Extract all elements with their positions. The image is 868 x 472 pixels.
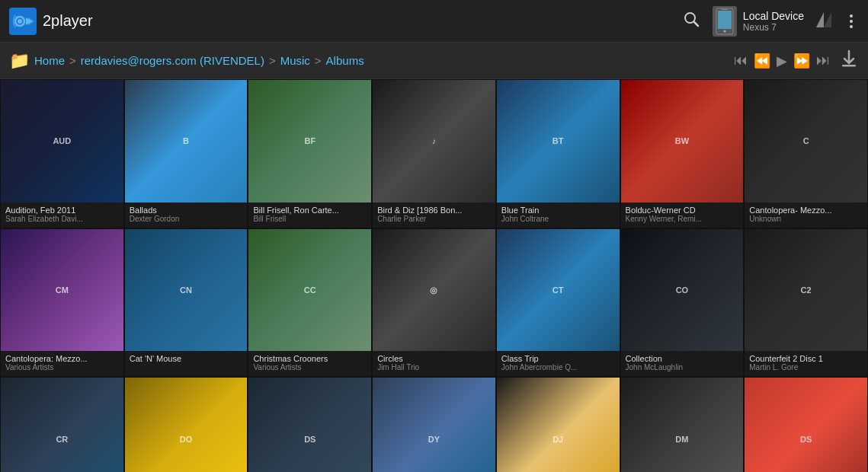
album-artist: Dexter Gordon (130, 215, 243, 223)
album-item[interactable]: C Cantolopera- Mezzo... Unknown (744, 79, 868, 228)
album-cover-text: C (800, 133, 812, 148)
svg-marker-10 (816, 12, 824, 27)
svg-line-5 (693, 21, 698, 26)
header-actions: Local Device Nexus 7 (682, 6, 859, 37)
album-cover: CN (125, 229, 248, 352)
album-info: Audition, Feb 2011 Sarah Elizabeth Davi.… (1, 203, 123, 228)
app-logo-area: 2player (9, 8, 682, 35)
album-cover-text: ◎ (427, 282, 440, 298)
folder-icon: 📁 (9, 51, 30, 71)
album-item[interactable]: DS Don't Smoke In Bed (744, 377, 868, 472)
album-cover-text: CN (177, 282, 195, 298)
svg-point-1 (18, 19, 22, 24)
album-cover-text: DY (425, 432, 443, 447)
album-artist: Jim Hall Trio (377, 363, 491, 372)
album-cover: DM (621, 378, 744, 472)
album-cover-text: BW (672, 133, 692, 148)
signal-icon (816, 12, 831, 30)
album-info: Counterfeit 2 Disc 1 Martin L. Gore (745, 351, 867, 376)
overflow-menu-button[interactable] (844, 11, 859, 31)
album-cover-text: ♪ (429, 133, 440, 148)
device-info: Local Device Nexus 7 (743, 10, 804, 33)
album-item[interactable]: BW Bolduc-Werner CD Kenny Werner, Remi..… (620, 79, 745, 228)
album-cover: DS (248, 378, 371, 472)
album-artist: Kenny Werner, Remi... (626, 215, 739, 223)
album-item[interactable]: CR Crash Dave Matthews Band (0, 377, 124, 472)
album-info: Collection John McLaughlin (621, 351, 744, 376)
album-cover: C2 (745, 229, 867, 352)
album-artist: John McLaughlin (626, 363, 739, 372)
app-icon (9, 8, 37, 35)
album-item[interactable]: BF Bill Frisell, Ron Carte... Bill Frise… (248, 79, 372, 228)
album-cover-text: DM (672, 432, 691, 447)
album-item[interactable]: C2 Counterfeit 2 Disc 1 Martin L. Gore (744, 228, 868, 378)
device-area[interactable]: Local Device Nexus 7 (713, 6, 804, 37)
album-item[interactable]: CO Collection John McLaughlin (620, 228, 745, 378)
album-title: Cat 'N' Mouse (130, 354, 243, 363)
album-title: Bird & Diz [1986 Bon... (377, 206, 491, 215)
album-title: Bolduc-Werner CD (626, 206, 739, 215)
breadcrumb-account[interactable]: rerdavies@rogers.com (RIVENDEL) (81, 54, 264, 67)
album-grid: AUD Audition, Feb 2011 Sarah Elizabeth D… (0, 79, 868, 472)
album-cover-text: CO (673, 282, 692, 298)
svg-rect-7 (718, 11, 732, 29)
album-item[interactable]: ◎ Circles Jim Hall Trio (372, 228, 496, 378)
album-cover: BT (497, 80, 620, 203)
fast-forward-button[interactable]: ⏩ (793, 53, 810, 69)
album-title: Blue Train (501, 206, 615, 215)
album-cover-text: DO (177, 432, 196, 447)
album-artist: Various Artists (253, 363, 367, 372)
device-model: Nexus 7 (743, 22, 804, 33)
album-cover: CC (248, 229, 371, 352)
album-cover: DY (373, 378, 495, 472)
album-info: Cantolopera: Mezzo... Various Artists (1, 351, 123, 376)
album-cover: CO (621, 229, 744, 352)
play-button[interactable]: ▶ (777, 53, 787, 69)
skip-previous-button[interactable]: ⏮ (734, 53, 748, 69)
album-item[interactable]: DS Deep Song Kurt Rosenwinkel (248, 377, 372, 472)
album-item[interactable]: DO Days of Open Hand Suzanne Vega (124, 377, 248, 472)
album-info: Bill Frisell, Ron Carte... Bill Frisell (248, 203, 371, 228)
album-title: Bill Frisell, Ron Carte... (253, 206, 367, 215)
app-title: 2player (43, 12, 93, 30)
breadcrumb-sep-3: > (315, 54, 322, 67)
skip-next-button[interactable]: ⏭ (816, 53, 830, 69)
album-title: Counterfeit 2 Disc 1 (749, 354, 863, 363)
svg-point-8 (723, 30, 725, 32)
album-cover: CR (1, 378, 123, 472)
breadcrumb-home[interactable]: Home (34, 54, 65, 67)
search-button[interactable] (682, 10, 700, 33)
album-item[interactable]: AUD Audition, Feb 2011 Sarah Elizabeth D… (0, 79, 124, 228)
album-item[interactable]: B Ballads Dexter Gordon (124, 79, 248, 228)
album-cover-text: BF (301, 133, 319, 148)
album-item[interactable]: CM Cantolopera: Mezzo... Various Artists (0, 228, 124, 378)
album-artist: Bill Frisell (253, 215, 367, 223)
album-item[interactable]: BT Blue Train John Coltrane (496, 79, 620, 228)
app-header: 2player Local Device Nexus 7 (0, 0, 868, 43)
download-button[interactable] (839, 49, 859, 73)
album-cover: DO (125, 378, 248, 472)
album-item[interactable]: CN Cat 'N' Mouse (124, 228, 248, 378)
album-item[interactable]: DM Directions in Music:... Herbie Hancoc… (620, 377, 745, 472)
album-item[interactable]: CT Class Trip John Abercrombie Q... (496, 228, 620, 378)
svg-rect-12 (842, 65, 856, 67)
album-title: Class Trip (501, 354, 615, 363)
album-item[interactable]: DJ Dinner Jazz With ECM Various Artists (496, 377, 620, 472)
album-cover-text: CR (53, 432, 71, 447)
rewind-button[interactable]: ⏪ (754, 53, 770, 69)
album-artist: Martin L. Gore (749, 363, 863, 372)
breadcrumb-bar: 📁 Home > rerdavies@rogers.com (RIVENDEL)… (0, 43, 868, 79)
album-cover-text: CT (549, 282, 567, 298)
breadcrumb-albums[interactable]: Albums (326, 54, 364, 67)
album-info: Class Trip John Abercrombie Q... (497, 351, 620, 376)
album-item[interactable]: CC Christmas Crooners Various Artists (248, 228, 372, 378)
album-cover: BW (621, 80, 744, 203)
album-title: Cantolopera: Mezzo... (5, 354, 119, 363)
breadcrumb-music[interactable]: Music (280, 54, 310, 67)
album-item[interactable]: DY Dig Your Own Hole The Chemical Brothe… (372, 377, 496, 472)
device-icon (713, 6, 737, 37)
album-cover: ◎ (373, 229, 495, 352)
album-title: Ballads (130, 206, 243, 215)
album-item[interactable]: ♪ Bird & Diz [1986 Bon... Charlie Parker (372, 79, 496, 228)
album-info: Bolduc-Werner CD Kenny Werner, Remi... (621, 203, 744, 228)
